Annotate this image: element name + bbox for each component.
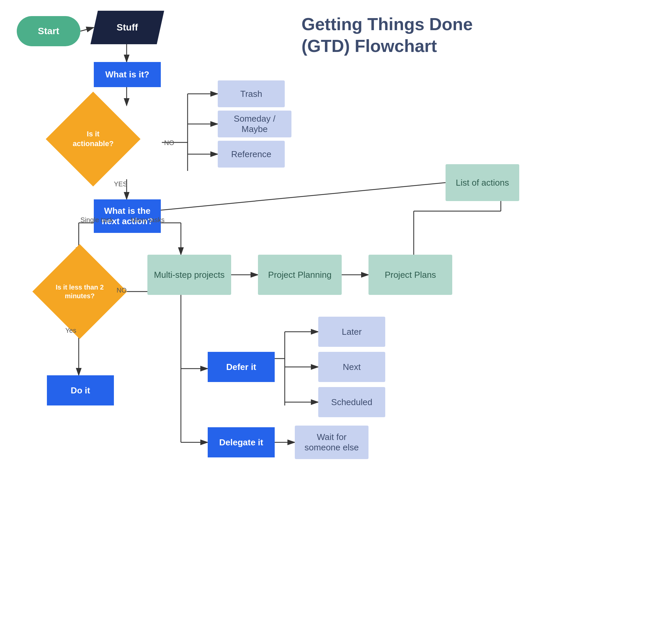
node-reference: Reference [218, 141, 285, 167]
node-defer-it: Defer it [208, 352, 275, 382]
node-trash: Trash [218, 80, 285, 107]
node-do-it: Do it [47, 375, 114, 405]
label-single-task: Single task [80, 216, 113, 224]
label-yes: YES [114, 180, 127, 188]
node-later: Later [318, 317, 385, 347]
node-wait-for: Wait for someone else [295, 426, 368, 459]
node-list-of-actions: List of actions [446, 164, 519, 201]
flowchart-container: Getting Things Done(GTD) Flowchart Start… [0, 0, 672, 632]
node-is-actionable: Is it actionable? [59, 106, 127, 172]
svg-line-19 [151, 183, 446, 211]
node-multi-step: Multi-step projects [147, 255, 231, 295]
label-no-2min: NO [117, 286, 127, 294]
label-many-tasks: Many tasks [131, 216, 165, 224]
svg-line-1 [80, 27, 94, 31]
node-stuff: Stuff [91, 11, 164, 44]
node-scheduled: Scheduled [318, 387, 385, 417]
label-no: NO [164, 139, 174, 147]
node-what-is-it: What is it? [94, 62, 161, 87]
node-next: Next [318, 352, 385, 382]
node-someday: Someday / Maybe [218, 111, 291, 137]
node-project-planning: Project Planning [258, 255, 342, 295]
label-yes-lower: Yes [65, 327, 76, 334]
node-less-2min: Is it less than 2 minutes? [43, 255, 117, 328]
node-start: Start [17, 16, 80, 46]
page-title: Getting Things Done(GTD) Flowchart [302, 14, 503, 57]
node-delegate-it: Delegate it [208, 427, 275, 458]
node-project-plans: Project Plans [368, 255, 452, 295]
